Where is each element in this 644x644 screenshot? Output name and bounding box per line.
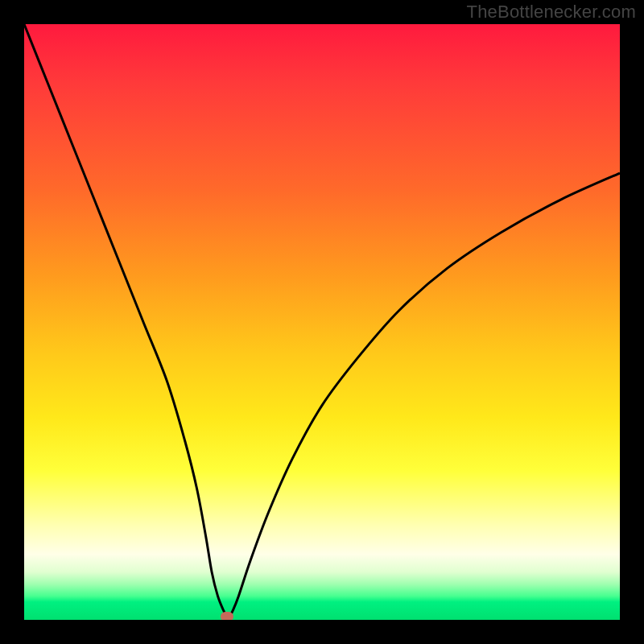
watermark-text: TheBottlenecker.com xyxy=(467,2,636,23)
curve-path xyxy=(24,24,620,617)
plot-area xyxy=(24,24,620,620)
bottleneck-curve xyxy=(24,24,620,620)
chart-frame: TheBottlenecker.com xyxy=(0,0,644,644)
minimum-marker xyxy=(221,612,233,620)
